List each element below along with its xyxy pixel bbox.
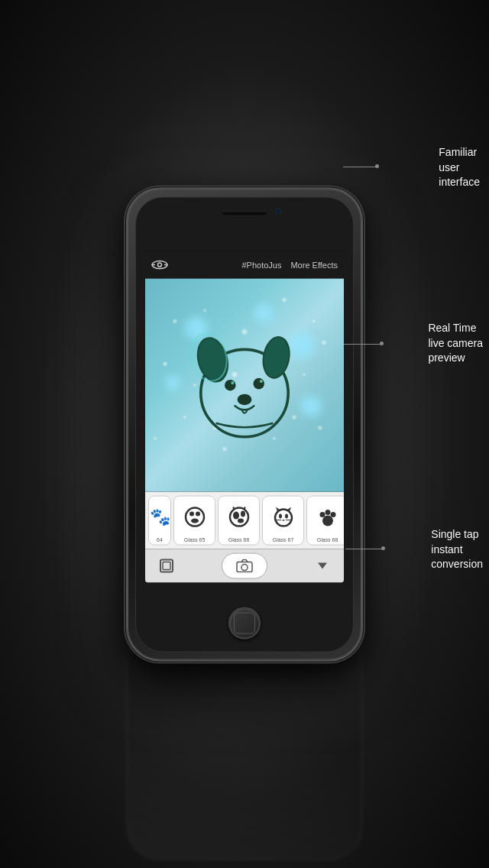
svg-point-19 [233,512,239,520]
arrow-dot-singletap [381,546,385,550]
svg-point-28 [285,514,288,519]
filter-item-0[interactable]: Glass 65 [173,496,215,546]
filter-item-2[interactable]: Glass 67 [262,496,304,546]
svg-point-24 [275,510,292,526]
svg-marker-40 [318,563,327,569]
nav-more-effects[interactable]: More Effects [290,261,338,270]
filter-icon-0 [183,498,206,537]
home-button[interactable] [228,607,261,640]
dog-svg [165,300,324,471]
phone-inner: #PhotoJus More Effects [135,197,354,653]
filter-icon-partial: 🐾 [150,498,170,537]
home-button-inner [234,613,255,634]
svg-point-16 [196,512,200,517]
svg-point-33 [319,512,325,517]
annotation-realtime: Real Time live camera preview [428,321,483,366]
app-logo [151,260,168,270]
svg-point-12 [238,394,252,406]
shutter-icon [236,559,253,573]
svg-point-10 [231,381,234,384]
bottom-toolbar [145,549,344,583]
dog-drawing-overlay [145,279,344,492]
svg-point-18 [230,508,248,526]
nav-hashtag: #PhotoJus [241,261,281,270]
filter-item-3[interactable]: Glass 68 [306,496,344,546]
svg-point-20 [241,511,245,517]
dropdown-icon [316,560,329,572]
speaker-slot [222,212,267,216]
svg-point-21 [238,519,244,523]
filter-label-0: Glass 65 [184,536,206,542]
phone-reflection [126,631,363,860]
arrow-familiar [343,167,377,167]
mute-button [135,305,136,320]
svg-marker-29 [282,520,285,521]
arrow-button[interactable] [310,554,335,578]
arrow-realtime [344,344,382,345]
layers-icon [158,558,175,575]
filter-icon-2 [272,498,295,537]
svg-point-11 [260,380,263,383]
shutter-button[interactable] [222,553,267,579]
filter-label-3: Glass 68 [317,536,338,542]
svg-point-7 [261,335,293,380]
camera-logo-icon [151,260,168,270]
svg-point-34 [325,510,330,515]
annotation-familiar: Familiar user interface [439,145,480,190]
svg-point-32 [322,516,333,526]
svg-point-3 [158,263,162,267]
layers-button[interactable] [154,554,179,578]
nav-bar: #PhotoJus More Effects [145,251,344,279]
svg-point-8 [225,380,236,391]
annotation-singletap: Single tap instant conversion [431,527,483,572]
arrow-dot-familiar [375,164,379,168]
filter-strip: 🐾 64 Glass 65 [145,492,344,549]
filter-item-1[interactable]: Glass 66 [218,496,260,546]
svg-point-17 [191,519,199,523]
svg-point-9 [253,378,264,390]
svg-point-14 [186,508,204,526]
arrow-dot-realtime [380,342,384,345]
front-camera [275,209,281,215]
arrow-singletap [345,549,384,549]
svg-point-35 [330,512,335,517]
volume-up-button [135,328,136,351]
filter-item-partial[interactable]: 🐾 64 [148,496,171,546]
power-button [353,335,354,370]
filter-icon-1 [228,498,251,537]
filter-icon-3 [316,498,339,537]
filter-label-1: Glass 66 [228,536,250,542]
filter-label-partial: 64 [157,536,163,542]
svg-point-39 [241,565,248,571]
phone-body: #PhotoJus More Effects [126,188,363,662]
app-container: #PhotoJus More Effects [145,251,344,583]
filter-label-2: Glass 67 [273,536,294,542]
svg-rect-37 [163,562,170,570]
camera-preview [145,279,344,492]
volume-down-button [135,358,136,381]
svg-point-27 [279,514,282,519]
svg-point-15 [189,512,194,517]
phone-screen: #PhotoJus More Effects [145,251,344,583]
